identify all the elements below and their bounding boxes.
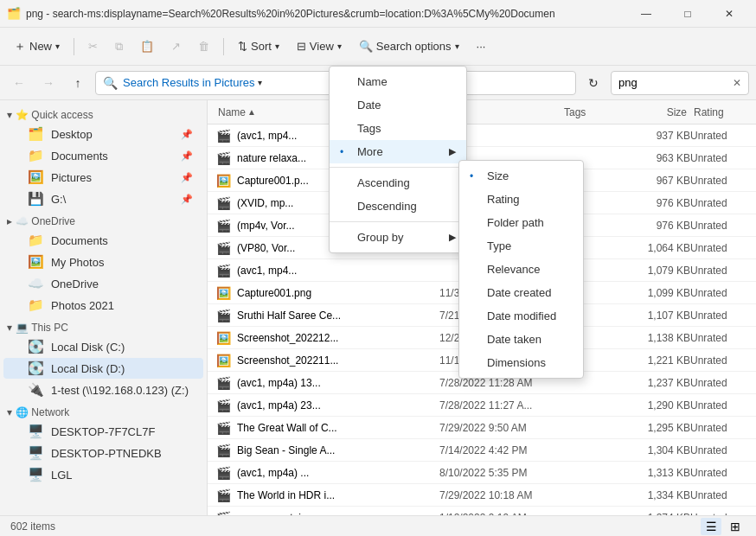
sort-name-item[interactable]: Name	[330, 70, 466, 93]
sort-descending-item[interactable]: Descending	[330, 195, 466, 218]
detail-view-button[interactable]: ☰	[701, 518, 721, 535]
desktop-icon: 🗂️	[28, 126, 44, 142]
file-size: 1,064 KB	[630, 242, 690, 254]
group-by-item[interactable]: Group by ▶	[330, 226, 466, 249]
cut-button[interactable]: ✂	[81, 33, 105, 61]
file-rating: Unrated	[690, 512, 756, 516]
menu-sep2	[330, 221, 466, 222]
more-dimensions-item[interactable]: Dimensions	[459, 351, 583, 374]
table-row[interactable]: 🎬 Big Sean - Single A... 7/14/2022 4:42 …	[208, 439, 756, 462]
file-icon: 🎬	[215, 374, 232, 392]
file-icon: 🎬	[215, 262, 232, 279]
sidebar-item-z[interactable]: 🔌 1-test (\\192.168.0.123) (Z:)	[3, 380, 203, 400]
col-rating-header[interactable]: Rating	[690, 100, 756, 124]
sidebar-item-net3[interactable]: 🖥️ LGL	[3, 464, 203, 485]
search-box[interactable]: ✕	[611, 71, 749, 95]
sidebar-item-od-documents[interactable]: 📁 Documents	[3, 230, 203, 251]
file-size: 963 KB	[630, 152, 690, 164]
sidebar-item-c[interactable]: 💽 Local Disk (C:)	[3, 336, 203, 357]
share-icon: ↗	[171, 40, 181, 53]
file-size: 1,334 KB	[630, 489, 690, 501]
file-icon: 🎬	[215, 239, 232, 257]
sidebar-item-d[interactable]: 💽 Local Disk (D:)	[3, 358, 203, 379]
sidebar-item-net2[interactable]: 🖥️ DESKTOP-PTNEDKB	[3, 443, 203, 463]
drive-g-icon: 💾	[28, 191, 44, 207]
table-row[interactable]: 🎬 snow mountain.mp... 1/12/2023 9:19 AM …	[208, 507, 756, 515]
up-button[interactable]: ↑	[66, 71, 90, 95]
minimize-button[interactable]: —	[626, 0, 666, 28]
more-size-item[interactable]: • Size	[459, 164, 583, 188]
file-size: 1,221 KB	[630, 354, 690, 367]
refresh-button[interactable]: ↻	[581, 71, 605, 95]
sidebar-item-documents[interactable]: 📁 Documents 📌	[3, 145, 203, 166]
table-row[interactable]: 🎬 (avc1, mp4... 937 KB Unrated D:\M	[208, 124, 756, 147]
more-datemodified-item[interactable]: Date modified	[459, 304, 583, 328]
network-section[interactable]: ▾ 🌐 Network	[0, 401, 207, 420]
table-row[interactable]: 🎬 (avc1, mp4a) 23... 7/28/2022 11:27 A..…	[208, 394, 756, 417]
sort-tags-item[interactable]: Tags	[330, 117, 466, 140]
file-rating: Unrated	[690, 399, 756, 412]
sort-icon: ⇅	[238, 40, 247, 53]
share-button[interactable]: ↗	[164, 33, 188, 61]
sort-ascending-item[interactable]: Ascending	[330, 171, 466, 195]
copy-button[interactable]: ⧉	[108, 33, 130, 61]
more-datetaken-item[interactable]: Date taken	[459, 328, 583, 351]
sort-date-item[interactable]: Date	[330, 93, 466, 117]
table-row[interactable]: 🎬 The Great Wall of C... 7/29/2022 9:50 …	[208, 417, 756, 439]
more-datecreated-item[interactable]: Date created	[459, 281, 583, 304]
file-name: Capture001.png	[237, 287, 439, 299]
new-button[interactable]: ＋ New ▾	[7, 33, 67, 61]
more-options-button[interactable]: ···	[470, 33, 493, 61]
more-rating-item[interactable]: Rating	[459, 188, 583, 211]
view-button[interactable]: ⊟ View ▾	[290, 33, 349, 61]
file-rating: Unrated	[690, 309, 756, 322]
sidebar-item-od-photos[interactable]: 🖼️ My Photos	[3, 252, 203, 272]
file-rating: Unrated	[690, 354, 756, 367]
onedrive-section[interactable]: ▸ ☁️ OneDrive	[0, 210, 207, 229]
sidebar-item-desktop[interactable]: 🗂️ Desktop 📌	[3, 124, 203, 144]
file-name: Screenshot_202212...	[237, 332, 439, 344]
file-rating: Unrated	[690, 287, 756, 299]
delete-button[interactable]: 🗑	[191, 33, 216, 61]
search-clear-icon[interactable]: ✕	[733, 77, 741, 89]
file-icon: 🎬	[215, 464, 232, 482]
file-date: 7/29/2022 9:50 AM	[439, 422, 561, 434]
file-icon: 🎬	[215, 509, 232, 516]
sidebar-item-g[interactable]: 💾 G:\ 📌	[3, 188, 203, 209]
file-name: (avc1, mp4a) 23...	[237, 399, 439, 412]
more-folderpath-item[interactable]: Folder path	[459, 211, 583, 234]
sidebar-item-pictures[interactable]: 🖼️ Pictures 📌	[3, 167, 203, 188]
file-name: The World in HDR i...	[237, 489, 439, 501]
close-button[interactable]: ✕	[709, 0, 749, 28]
forward-button[interactable]: →	[36, 71, 61, 95]
col-tags-header[interactable]: Tags	[561, 100, 630, 124]
sidebar-item-net1[interactable]: 🖥️ DESKTOP-7F7CL7F	[3, 421, 203, 442]
file-size: 1,138 KB	[630, 332, 690, 344]
file-rating: Unrated	[690, 377, 756, 389]
breadcrumb-text[interactable]: Search Results in Pictures	[123, 76, 254, 89]
col-size-header[interactable]: Size	[630, 100, 690, 124]
maximize-button[interactable]: □	[668, 0, 708, 28]
sidebar-item-od-onedrive[interactable]: ☁️ OneDrive	[3, 273, 203, 294]
search-options-icon: 🔍	[359, 40, 373, 53]
table-row[interactable]: 🎬 The World in HDR i... 7/29/2022 10:18 …	[208, 484, 756, 507]
more-type-item[interactable]: Type	[459, 234, 583, 258]
paste-button[interactable]: 📋	[133, 33, 161, 61]
search-options-button[interactable]: 🔍 Search options ▾	[352, 33, 466, 61]
file-rating: Unrated	[690, 242, 756, 254]
back-button[interactable]: ←	[7, 71, 31, 95]
chevron-down-icon: ▾	[7, 109, 12, 121]
quick-access-section[interactable]: ▾ ⭐ Quick access	[0, 104, 207, 123]
table-row[interactable]: 🎬 (avc1, mp4a) ... 8/10/2022 5:35 PM 1,3…	[208, 462, 756, 484]
more-relevance-item[interactable]: Relevance	[459, 258, 583, 281]
sort-button[interactable]: ⇅ Sort ▾	[231, 33, 286, 61]
sort-arrow-icon: ▲	[247, 107, 256, 117]
sidebar-item-od-photos2021[interactable]: 📁 Photos 2021	[3, 295, 203, 316]
large-icon-view-button[interactable]: ⊞	[725, 518, 746, 535]
search-input[interactable]	[618, 76, 729, 89]
file-name: Screenshot_202211...	[237, 354, 439, 367]
thispc-section[interactable]: ▾ 💻 This PC	[0, 316, 207, 335]
bullet-icon: •	[340, 146, 354, 158]
sort-more-item[interactable]: • More ▶	[330, 140, 466, 163]
file-name: (avc1, mp4a) ...	[237, 467, 439, 479]
